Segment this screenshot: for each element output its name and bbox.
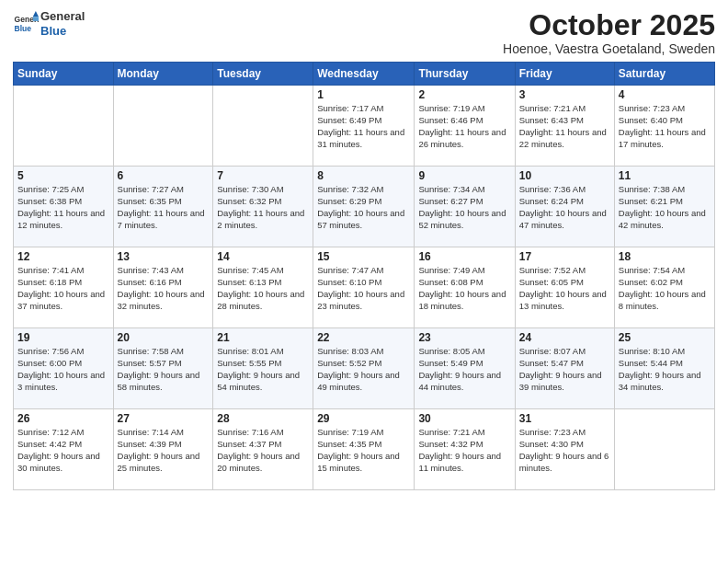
day-cell: 25Sunrise: 8:10 AMSunset: 5:44 PMDayligh…	[614, 328, 714, 409]
day-cell: 7Sunrise: 7:30 AMSunset: 6:32 PMDaylight…	[213, 167, 313, 247]
day-cell: 30Sunrise: 7:21 AMSunset: 4:32 PMDayligh…	[415, 409, 515, 490]
day-number: 2	[418, 88, 510, 101]
page-container: General Blue General Blue October 2025 H…	[0, 0, 728, 500]
day-cell: 17Sunrise: 7:52 AMSunset: 6:05 PMDayligh…	[515, 247, 614, 328]
day-info: Sunrise: 7:54 AMSunset: 6:02 PMDaylight:…	[619, 265, 711, 312]
day-info: Sunrise: 7:16 AMSunset: 4:37 PMDaylight:…	[217, 427, 309, 474]
day-cell: 6Sunrise: 7:27 AMSunset: 6:35 PMDaylight…	[113, 167, 213, 247]
day-info: Sunrise: 7:14 AMSunset: 4:39 PMDaylight:…	[118, 427, 210, 474]
day-number: 5	[17, 169, 109, 182]
day-number: 30	[418, 412, 510, 425]
day-info: Sunrise: 7:23 AMSunset: 4:30 PMDaylight:…	[519, 427, 610, 474]
day-number: 31	[519, 412, 610, 425]
day-info: Sunrise: 7:19 AMSunset: 4:35 PMDaylight:…	[317, 427, 410, 474]
day-info: Sunrise: 7:52 AMSunset: 6:05 PMDaylight:…	[519, 265, 610, 312]
title-block: October 2025 Hoenoe, Vaestra Goetaland, …	[503, 9, 715, 56]
day-number: 19	[17, 331, 109, 344]
logo-text: General Blue	[40, 9, 85, 38]
day-info: Sunrise: 7:38 AMSunset: 6:21 PMDaylight:…	[619, 184, 711, 231]
weekday-header-row: SundayMondayTuesdayWednesdayThursdayFrid…	[14, 63, 715, 86]
day-info: Sunrise: 7:23 AMSunset: 6:40 PMDaylight:…	[619, 103, 711, 150]
day-cell: 9Sunrise: 7:34 AMSunset: 6:27 PMDaylight…	[415, 167, 515, 247]
weekday-header-tuesday: Tuesday	[213, 63, 313, 86]
day-number: 15	[317, 250, 410, 263]
day-info: Sunrise: 8:03 AMSunset: 5:52 PMDaylight:…	[317, 346, 410, 393]
day-cell: 12Sunrise: 7:41 AMSunset: 6:18 PMDayligh…	[14, 247, 114, 328]
day-number: 3	[519, 88, 610, 101]
day-number: 4	[619, 88, 711, 101]
logo: General Blue General Blue	[13, 9, 85, 38]
day-number: 26	[17, 412, 109, 425]
day-info: Sunrise: 7:34 AMSunset: 6:27 PMDaylight:…	[418, 184, 510, 231]
day-info: Sunrise: 7:56 AMSunset: 6:00 PMDaylight:…	[17, 346, 109, 393]
day-cell: 31Sunrise: 7:23 AMSunset: 4:30 PMDayligh…	[515, 409, 614, 490]
day-cell: 15Sunrise: 7:47 AMSunset: 6:10 PMDayligh…	[313, 247, 415, 328]
day-number: 12	[17, 250, 109, 263]
day-info: Sunrise: 7:21 AMSunset: 6:43 PMDaylight:…	[519, 103, 610, 150]
day-info: Sunrise: 7:17 AMSunset: 6:49 PMDaylight:…	[317, 103, 410, 150]
day-number: 16	[418, 250, 510, 263]
day-cell: 10Sunrise: 7:36 AMSunset: 6:24 PMDayligh…	[515, 167, 614, 247]
day-cell: 26Sunrise: 7:12 AMSunset: 4:42 PMDayligh…	[14, 409, 114, 490]
day-number: 13	[118, 250, 210, 263]
day-cell: 1Sunrise: 7:17 AMSunset: 6:49 PMDaylight…	[313, 86, 415, 167]
day-cell: 16Sunrise: 7:49 AMSunset: 6:08 PMDayligh…	[415, 247, 515, 328]
day-cell: 18Sunrise: 7:54 AMSunset: 6:02 PMDayligh…	[614, 247, 714, 328]
weekday-header-friday: Friday	[515, 63, 614, 86]
week-row-3: 12Sunrise: 7:41 AMSunset: 6:18 PMDayligh…	[14, 247, 715, 328]
day-info: Sunrise: 7:32 AMSunset: 6:29 PMDaylight:…	[317, 184, 410, 231]
day-number: 9	[418, 169, 510, 182]
day-info: Sunrise: 7:21 AMSunset: 4:32 PMDaylight:…	[418, 427, 510, 474]
day-info: Sunrise: 7:41 AMSunset: 6:18 PMDaylight:…	[17, 265, 109, 312]
header: General Blue General Blue October 2025 H…	[13, 9, 715, 56]
day-cell: 22Sunrise: 8:03 AMSunset: 5:52 PMDayligh…	[313, 328, 415, 409]
day-info: Sunrise: 7:19 AMSunset: 6:46 PMDaylight:…	[418, 103, 510, 150]
day-cell: 14Sunrise: 7:45 AMSunset: 6:13 PMDayligh…	[213, 247, 313, 328]
day-number: 22	[317, 331, 410, 344]
weekday-header-sunday: Sunday	[14, 63, 114, 86]
day-cell: 8Sunrise: 7:32 AMSunset: 6:29 PMDaylight…	[313, 167, 415, 247]
day-number: 10	[519, 169, 610, 182]
day-info: Sunrise: 8:10 AMSunset: 5:44 PMDaylight:…	[619, 346, 711, 393]
logo-icon: General Blue	[13, 11, 39, 37]
day-cell: 23Sunrise: 8:05 AMSunset: 5:49 PMDayligh…	[415, 328, 515, 409]
day-number: 23	[418, 331, 510, 344]
day-cell: 13Sunrise: 7:43 AMSunset: 6:16 PMDayligh…	[113, 247, 213, 328]
day-number: 6	[118, 169, 210, 182]
weekday-header-saturday: Saturday	[614, 63, 714, 86]
day-cell: 11Sunrise: 7:38 AMSunset: 6:21 PMDayligh…	[614, 167, 714, 247]
day-cell: 29Sunrise: 7:19 AMSunset: 4:35 PMDayligh…	[313, 409, 415, 490]
day-number: 7	[217, 169, 309, 182]
day-cell: 5Sunrise: 7:25 AMSunset: 6:38 PMDaylight…	[14, 167, 114, 247]
day-info: Sunrise: 7:45 AMSunset: 6:13 PMDaylight:…	[217, 265, 309, 312]
weekday-header-wednesday: Wednesday	[313, 63, 415, 86]
day-number: 18	[619, 250, 711, 263]
day-info: Sunrise: 8:01 AMSunset: 5:55 PMDaylight:…	[217, 346, 309, 393]
day-info: Sunrise: 7:58 AMSunset: 5:57 PMDaylight:…	[118, 346, 210, 393]
day-number: 20	[118, 331, 210, 344]
day-number: 8	[317, 169, 410, 182]
day-number: 14	[217, 250, 309, 263]
day-info: Sunrise: 7:25 AMSunset: 6:38 PMDaylight:…	[17, 184, 109, 231]
day-cell	[213, 86, 313, 167]
week-row-2: 5Sunrise: 7:25 AMSunset: 6:38 PMDaylight…	[14, 167, 715, 247]
svg-marker-4	[33, 17, 39, 21]
day-number: 29	[317, 412, 410, 425]
day-cell: 27Sunrise: 7:14 AMSunset: 4:39 PMDayligh…	[113, 409, 213, 490]
weekday-header-monday: Monday	[113, 63, 213, 86]
day-cell: 24Sunrise: 8:07 AMSunset: 5:47 PMDayligh…	[515, 328, 614, 409]
day-cell: 19Sunrise: 7:56 AMSunset: 6:00 PMDayligh…	[14, 328, 114, 409]
day-info: Sunrise: 8:05 AMSunset: 5:49 PMDaylight:…	[418, 346, 510, 393]
svg-text:Blue: Blue	[15, 23, 32, 32]
month-title: October 2025	[503, 9, 715, 41]
week-row-4: 19Sunrise: 7:56 AMSunset: 6:00 PMDayligh…	[14, 328, 715, 409]
day-info: Sunrise: 8:07 AMSunset: 5:47 PMDaylight:…	[519, 346, 610, 393]
day-cell: 2Sunrise: 7:19 AMSunset: 6:46 PMDaylight…	[415, 86, 515, 167]
day-info: Sunrise: 7:27 AMSunset: 6:35 PMDaylight:…	[118, 184, 210, 231]
day-cell: 28Sunrise: 7:16 AMSunset: 4:37 PMDayligh…	[213, 409, 313, 490]
day-number: 25	[619, 331, 711, 344]
day-cell: 21Sunrise: 8:01 AMSunset: 5:55 PMDayligh…	[213, 328, 313, 409]
week-row-5: 26Sunrise: 7:12 AMSunset: 4:42 PMDayligh…	[14, 409, 715, 490]
calendar: SundayMondayTuesdayWednesdayThursdayFrid…	[13, 62, 715, 490]
day-info: Sunrise: 7:30 AMSunset: 6:32 PMDaylight:…	[217, 184, 309, 231]
